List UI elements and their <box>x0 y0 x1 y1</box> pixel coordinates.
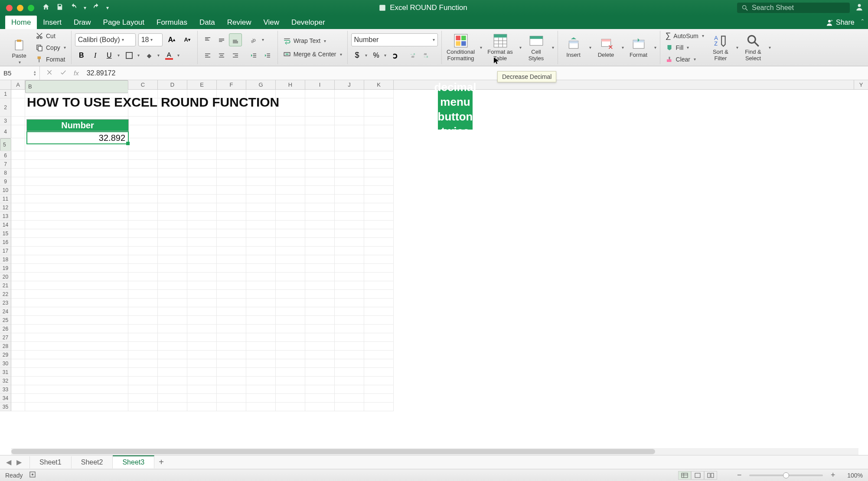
save-icon[interactable] <box>56 3 64 13</box>
zoom-level[interactable]: 100% <box>847 472 863 479</box>
row-header[interactable]: 5 <box>0 138 11 151</box>
undo-icon[interactable] <box>70 3 78 13</box>
currency-button[interactable]: $▾ <box>351 49 369 62</box>
row-header[interactable]: 10 <box>0 186 11 195</box>
col-header-c[interactable]: C <box>128 80 158 89</box>
cell-b5-selected[interactable]: 32.892 <box>26 131 129 144</box>
row-header[interactable]: 3 <box>0 117 11 125</box>
align-middle-button[interactable] <box>215 33 228 46</box>
underline-button[interactable]: U▾ <box>103 49 122 62</box>
zoom-slider-knob[interactable] <box>783 472 789 478</box>
sheet-nav-next[interactable]: ▶ <box>14 457 24 468</box>
row-header[interactable]: 33 <box>0 385 11 394</box>
autosum-button[interactable]: ∑AutoSum▾ <box>664 30 706 41</box>
user-icon[interactable] <box>855 3 864 13</box>
tab-data[interactable]: Data <box>193 16 221 29</box>
row-header[interactable]: 16 <box>0 238 11 247</box>
row-header[interactable]: 2 <box>0 98 11 117</box>
col-header-a[interactable]: A <box>11 80 25 89</box>
tab-view[interactable]: View <box>258 16 286 29</box>
row-header[interactable]: 25 <box>0 316 11 325</box>
delete-cells-button[interactable]: ✕ Delete <box>594 31 618 65</box>
cut-button[interactable]: Cut <box>34 30 68 41</box>
row-header[interactable]: 31 <box>0 368 11 377</box>
row-header[interactable]: 8 <box>0 169 11 177</box>
align-left-button[interactable] <box>201 49 214 62</box>
row-header[interactable]: 29 <box>0 351 11 359</box>
format-painter-button[interactable]: Format <box>34 54 68 65</box>
collapse-ribbon-icon[interactable]: ˆ <box>857 19 868 29</box>
row-header[interactable]: 13 <box>0 212 11 221</box>
row-header[interactable]: 20 <box>0 273 11 281</box>
row-header[interactable]: 15 <box>0 229 11 238</box>
align-right-button[interactable] <box>229 49 242 62</box>
macro-record-icon[interactable] <box>29 471 36 480</box>
sheet-nav-prev[interactable]: ◀ <box>3 457 14 468</box>
row-header[interactable]: 9 <box>0 177 11 186</box>
increase-decimal-button[interactable]: ←.0.00 <box>408 49 420 62</box>
sheet-tab-1[interactable]: Sheet1 <box>29 456 72 468</box>
orientation-button[interactable]: ab▾ <box>247 33 266 46</box>
clear-button[interactable]: Clear▾ <box>664 54 706 65</box>
increase-indent-button[interactable] <box>261 49 274 62</box>
row-header[interactable]: 26 <box>0 325 11 333</box>
sort-filter-button[interactable]: AZ Sort & Filter <box>708 31 733 65</box>
page-layout-view-button[interactable] <box>691 471 704 480</box>
comma-button[interactable]: ͻ <box>389 49 401 62</box>
paste-button[interactable]: Paste ▾ <box>7 31 31 65</box>
format-cells-button[interactable]: Format <box>627 31 651 65</box>
col-header-e[interactable]: E <box>187 80 217 89</box>
search-sheet-box[interactable]: Search Sheet <box>737 3 850 13</box>
number-format-select[interactable]: Number▾ <box>351 33 438 46</box>
row-header[interactable]: 30 <box>0 359 11 368</box>
zoom-in-button[interactable]: + <box>829 471 837 480</box>
row-header[interactable]: 19 <box>0 264 11 273</box>
redo-icon[interactable] <box>92 3 100 13</box>
tab-review[interactable]: Review <box>221 16 258 29</box>
row-header[interactable]: 32 <box>0 377 11 385</box>
sheet-tab-2[interactable]: Sheet2 <box>72 456 113 468</box>
close-window[interactable] <box>6 5 13 11</box>
horizontal-scrollbar[interactable] <box>11 448 858 455</box>
row-header[interactable]: 34 <box>0 394 11 403</box>
name-box[interactable]: B5 ▴▾ <box>0 66 40 80</box>
home-icon[interactable] <box>42 3 50 13</box>
wrap-text-button[interactable]: Wrap Text▾ <box>281 36 344 46</box>
tab-developer[interactable]: Developer <box>285 16 331 29</box>
col-header-f[interactable]: F <box>217 80 246 89</box>
col-header-h[interactable]: H <box>276 80 305 89</box>
decrease-indent-button[interactable] <box>247 49 260 62</box>
normal-view-button[interactable] <box>678 471 691 480</box>
formula-input[interactable]: 32.89172 <box>85 69 116 77</box>
bold-button[interactable]: B <box>75 49 88 62</box>
font-size-select[interactable]: 18▾ <box>138 33 163 46</box>
col-header-y[interactable]: Y <box>854 80 868 90</box>
increase-font-button[interactable]: A▴ <box>165 33 178 46</box>
row-header[interactable]: 7 <box>0 160 11 169</box>
insert-cells-button[interactable]: Insert <box>561 31 586 65</box>
enter-formula-icon[interactable] <box>60 69 67 78</box>
align-bottom-button[interactable] <box>229 33 242 46</box>
fx-icon[interactable]: fx <box>74 69 79 77</box>
copy-button[interactable]: Copy▾ <box>34 42 68 53</box>
maximize-window[interactable] <box>28 5 34 11</box>
row-header[interactable]: 22 <box>0 290 11 299</box>
row-header[interactable]: 17 <box>0 247 11 255</box>
tab-formulas[interactable]: Formulas <box>150 16 193 29</box>
col-header-i[interactable]: I <box>305 80 335 89</box>
font-color-button[interactable]: A▾ <box>163 49 182 62</box>
share-button[interactable]: + Share <box>823 19 857 29</box>
tab-insert[interactable]: Insert <box>37 16 68 29</box>
align-center-button[interactable] <box>215 49 228 62</box>
decrease-decimal-button[interactable]: .00→.0 <box>421 49 433 62</box>
font-name-select[interactable]: Calibri (Body)▾ <box>75 33 136 46</box>
tab-home[interactable]: Home <box>5 16 37 29</box>
minimize-window[interactable] <box>17 5 23 11</box>
row-header[interactable]: 24 <box>0 307 11 316</box>
row-header[interactable]: 27 <box>0 333 11 342</box>
undo-dropdown[interactable]: ▾ <box>84 5 86 11</box>
percent-button[interactable]: %▾ <box>370 49 388 62</box>
cell-styles-button[interactable]: Cell Styles <box>524 31 548 65</box>
row-header[interactable]: 4 <box>0 125 11 138</box>
decrease-font-button[interactable]: A▾ <box>181 33 194 46</box>
